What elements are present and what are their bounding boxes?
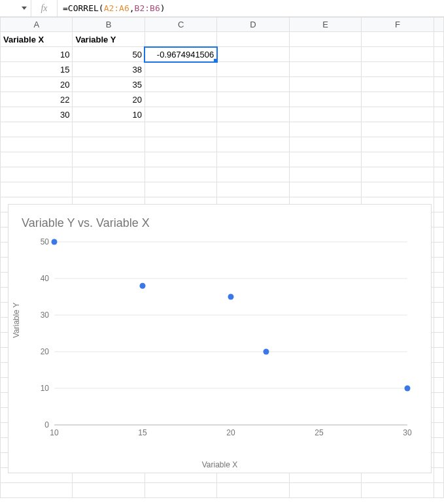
cell[interactable] [145, 137, 216, 152]
cell[interactable] [289, 137, 361, 152]
cell[interactable] [362, 152, 434, 167]
cell[interactable] [362, 483, 434, 498]
cell[interactable] [217, 167, 289, 182]
cell-D6[interactable] [217, 107, 289, 122]
cell[interactable] [1, 152, 73, 167]
column-header-edge [434, 18, 443, 32]
cell[interactable] [145, 182, 216, 197]
cell-edge [434, 122, 443, 137]
cell-B4[interactable]: 35 [73, 77, 145, 92]
cell[interactable] [362, 182, 434, 197]
cell-B6[interactable]: 10 [73, 107, 145, 122]
cell-A2[interactable]: 10 [1, 47, 73, 62]
svg-point-22 [405, 386, 411, 392]
column-header-E[interactable]: E [289, 18, 361, 32]
cell-A6[interactable]: 30 [1, 107, 73, 122]
cell-F2[interactable] [362, 47, 434, 62]
cell-F5[interactable] [362, 92, 434, 107]
cell-E1[interactable] [289, 32, 361, 47]
cell-A4[interactable]: 20 [1, 77, 73, 92]
cell[interactable] [1, 137, 73, 152]
formula-prefix: = [63, 3, 68, 13]
cell-A3[interactable]: 15 [1, 62, 73, 77]
cell-D1[interactable] [217, 32, 289, 47]
cell-edge [434, 333, 443, 348]
column-header-D[interactable]: D [217, 18, 289, 32]
cell[interactable] [217, 152, 289, 167]
cell-D2[interactable] [217, 47, 289, 62]
cell-D5[interactable] [217, 92, 289, 107]
cell-C6[interactable] [145, 107, 216, 122]
formula-input[interactable]: =CORREL(A2:A6,B2:B6) [58, 0, 444, 16]
cell[interactable] [1, 182, 73, 197]
cell[interactable] [73, 483, 145, 498]
cell[interactable] [73, 137, 145, 152]
cell-E4[interactable] [289, 77, 361, 92]
cell[interactable] [362, 122, 434, 137]
cell-F4[interactable] [362, 77, 434, 92]
cell-edge [434, 453, 443, 468]
cell[interactable] [145, 167, 216, 182]
cell[interactable] [145, 122, 216, 137]
cell[interactable] [289, 483, 361, 498]
name-box[interactable] [0, 0, 31, 16]
cell[interactable] [217, 483, 289, 498]
cell[interactable] [1, 167, 73, 182]
cell[interactable] [289, 182, 361, 197]
cell-D4[interactable] [217, 77, 289, 92]
cell-B3[interactable]: 38 [73, 62, 145, 77]
cell-A5[interactable]: 22 [1, 92, 73, 107]
cell[interactable] [217, 182, 289, 197]
cell[interactable] [289, 167, 361, 182]
cell[interactable] [73, 122, 145, 137]
cell[interactable] [217, 122, 289, 137]
cell[interactable] [145, 152, 216, 167]
table-row [1, 182, 444, 197]
chart-title: Variable Y vs. Variable X [22, 216, 418, 230]
table-row: 10 50 -0.9674941506 [1, 47, 444, 62]
cell-C1[interactable] [145, 32, 216, 47]
column-header-B[interactable]: B [73, 18, 145, 32]
table-row [1, 167, 444, 182]
cell-B5[interactable]: 20 [73, 92, 145, 107]
cell-E6[interactable] [289, 107, 361, 122]
cell-F6[interactable] [362, 107, 434, 122]
cell[interactable] [362, 137, 434, 152]
column-header-F[interactable]: F [362, 18, 434, 32]
cell[interactable] [1, 483, 73, 498]
cell-E2[interactable] [289, 47, 361, 62]
cell[interactable] [73, 182, 145, 197]
cell-A1[interactable]: Variable X [1, 32, 73, 47]
cell-B2[interactable]: 50 [73, 47, 145, 62]
cell[interactable] [73, 152, 145, 167]
cell-F1[interactable] [362, 32, 434, 47]
cell-edge [434, 363, 443, 378]
cell-C5[interactable] [145, 92, 216, 107]
cell[interactable] [145, 483, 216, 498]
table-row: 15 38 [1, 62, 444, 77]
cell[interactable] [1, 122, 73, 137]
svg-text:40: 40 [41, 274, 50, 283]
cell-C4[interactable] [145, 77, 216, 92]
cell-edge [434, 258, 443, 273]
column-header-C[interactable]: C [145, 18, 216, 32]
cell-F3[interactable] [362, 62, 434, 77]
fx-icon: fx [31, 0, 58, 16]
cell[interactable] [289, 122, 361, 137]
cell-C2[interactable]: -0.9674941506 [145, 47, 216, 62]
cell-B1[interactable]: Variable Y [73, 32, 145, 47]
cell-edge [434, 137, 443, 152]
table-row [1, 483, 444, 498]
cell[interactable] [362, 167, 434, 182]
cell-edge [434, 47, 443, 62]
cell-C3[interactable] [145, 62, 216, 77]
cell[interactable] [289, 152, 361, 167]
chart[interactable]: Variable Y vs. Variable X Variable Y 010… [8, 204, 432, 473]
cell[interactable] [217, 137, 289, 152]
cell[interactable] [73, 167, 145, 182]
cell-D3[interactable] [217, 62, 289, 77]
svg-text:15: 15 [138, 428, 147, 437]
cell-E3[interactable] [289, 62, 361, 77]
cell-E5[interactable] [289, 92, 361, 107]
column-header-A[interactable]: A [1, 18, 73, 32]
